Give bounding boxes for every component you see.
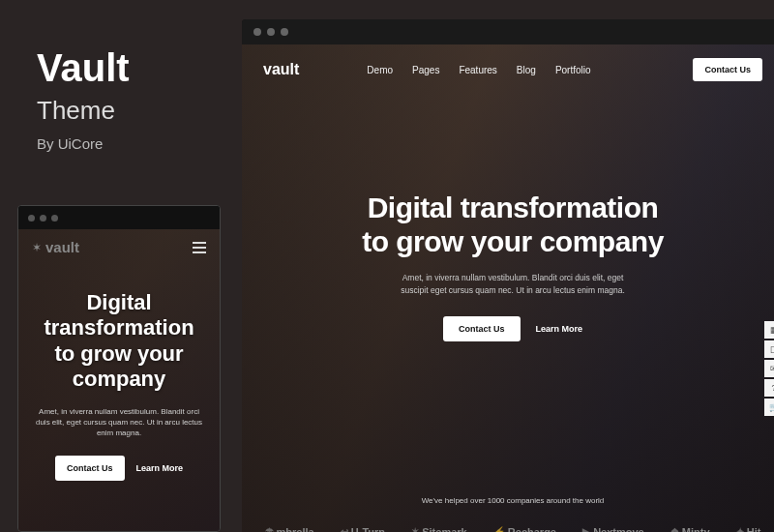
window-dot (281, 28, 288, 36)
contact-us-button[interactable]: Contact Us (693, 58, 762, 81)
minty-icon: ❖ (670, 526, 679, 532)
recharge-icon: ⚡ (493, 526, 505, 532)
contact-us-button[interactable]: Contact Us (55, 456, 125, 481)
mobile-cta-row: Contact Us Learn More (32, 456, 206, 481)
learn-more-button[interactable]: Learn More (136, 456, 184, 481)
client-logo: ☂mbrella (265, 526, 314, 533)
cart-icon[interactable]: 🛒 (764, 399, 774, 416)
panel-icon[interactable]: ◨ (764, 340, 774, 358)
client-logo: ↩U-Turn (341, 526, 385, 533)
learn-more-button[interactable]: Learn More (536, 316, 583, 341)
theme-author: By UiCore (37, 135, 130, 152)
help-icon[interactable]: ? (764, 379, 774, 397)
mobile-hero: Digital transformation to grow your comp… (18, 263, 220, 481)
desktop-nav: vault Demo Pages Features Blog Portfolio… (242, 44, 774, 95)
layout-icon[interactable]: ▦ (764, 321, 774, 339)
client-logo: ✦Hit (736, 526, 761, 533)
mobile-logo: vault (45, 239, 79, 255)
desktop-hero: Digital transformation to grow your comp… (242, 95, 774, 532)
client-logo: ▶Nextmove (582, 526, 644, 533)
window-dot (28, 215, 35, 222)
theme-title: Vault (37, 46, 130, 90)
client-logo-strip: ☂mbrella ↩U-Turn ✶Sitemark ⚡Recharge ▶Ne… (242, 526, 774, 533)
hamburger-icon[interactable] (193, 242, 206, 253)
desktop-cta-row: Contact Us Learn More (242, 316, 774, 341)
helped-text: We've helped over 1000 companies around … (242, 496, 774, 505)
desktop-window-chrome (242, 19, 774, 44)
mobile-hero-sub: Amet, in viverra nullam vestibulum. Blan… (32, 406, 206, 439)
nav-item-pages[interactable]: Pages (412, 65, 439, 75)
nav-item-features[interactable]: Features (459, 65, 496, 75)
nav-item-demo[interactable]: Demo (367, 65, 393, 75)
desktop-logo: vault (263, 61, 299, 78)
client-logo: ✶Sitemark (411, 526, 466, 533)
mobile-hero-heading: Digital transformation to grow your comp… (32, 290, 206, 393)
logo-star-icon: ✶ (32, 241, 42, 254)
nav-item-blog[interactable]: Blog (517, 65, 536, 75)
nav-item-portfolio[interactable]: Portfolio (555, 65, 591, 75)
mobile-preview: ✶ vault Digital transformation to grow y… (17, 205, 221, 532)
desktop-body: vault Demo Pages Features Blog Portfolio… (242, 44, 774, 532)
chat-icon[interactable]: ✉ (764, 360, 774, 377)
window-dot (253, 28, 261, 36)
desktop-hero-heading: Digital transformation to grow your comp… (242, 192, 774, 258)
sitemark-icon: ✶ (411, 526, 419, 532)
nav-menu: Demo Pages Features Blog Portfolio (367, 65, 590, 75)
desktop-hero-sub: Amet, in viverra nullam vestibulum. Blan… (242, 272, 774, 297)
hit-icon: ✦ (736, 526, 744, 532)
client-logo: ❖Minty (670, 526, 710, 533)
window-dot (51, 215, 58, 222)
mobile-window-chrome (18, 206, 220, 229)
mobile-body: ✶ vault Digital transformation to grow y… (18, 229, 220, 531)
theme-subtitle: Theme (37, 96, 130, 126)
desktop-preview: vault Demo Pages Features Blog Portfolio… (242, 19, 774, 532)
side-toolbar: ▦ ◨ ✉ ? 🛒 (764, 321, 774, 416)
window-dot (40, 215, 46, 222)
mobile-nav: ✶ vault (18, 229, 220, 263)
client-logo: ⚡Recharge (493, 526, 556, 533)
umbrella-icon: ☂ (265, 526, 274, 532)
contact-us-button[interactable]: Contact Us (443, 316, 521, 341)
nextmove-icon: ▶ (582, 526, 590, 532)
theme-info-panel: Vault Theme By UiCore (37, 46, 130, 152)
uturn-icon: ↩ (341, 526, 348, 532)
window-dot (267, 28, 275, 36)
